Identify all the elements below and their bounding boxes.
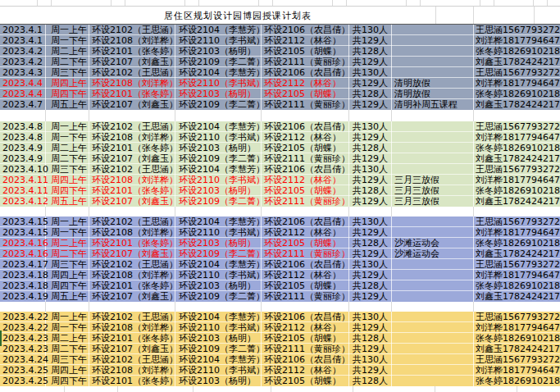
- cell-count[interactable]: 共128人: [353, 143, 392, 153]
- cell-date[interactable]: 2023.4.22: [2, 322, 48, 333]
- cell-class1[interactable]: 环设2102（王思涵）: [92, 354, 175, 365]
- cell-class3[interactable]: 环设2106（农昌倩）: [264, 164, 349, 175]
- cell-class2[interactable]: 环设2104（李慧芳）: [179, 121, 262, 132]
- cell-date[interactable]: 2023.4.8: [2, 132, 48, 143]
- cell-note[interactable]: [394, 376, 473, 386]
- cell-note[interactable]: [394, 57, 473, 67]
- cell-slot[interactable]: 周五上午: [51, 291, 89, 302]
- cell-date[interactable]: 2023.4.8: [2, 121, 48, 132]
- cell-date[interactable]: 2023.4.25: [2, 376, 48, 386]
- cell-note[interactable]: 清明补周五课程: [394, 99, 473, 110]
- cell-date[interactable]: 2023.4.1: [2, 25, 48, 35]
- cell-slot[interactable]: 周二下午: [51, 153, 89, 164]
- cell-slot[interactable]: 周一下午: [51, 227, 89, 238]
- cell-class1[interactable]: 环设2107（刘鑫玉）: [92, 196, 175, 207]
- cell-contact[interactable]: 刘洋桦18177946470: [476, 365, 560, 376]
- cell-class2[interactable]: 环设2103（杨明）: [179, 89, 262, 99]
- cell-class2[interactable]: 环设2109（李二菁）: [179, 248, 262, 259]
- cell-note[interactable]: [394, 143, 473, 153]
- cell-count[interactable]: 共129人: [353, 291, 392, 302]
- cell-slot[interactable]: 周四下午: [51, 185, 89, 196]
- cell-slot[interactable]: 周二上午: [51, 333, 89, 344]
- cell-date[interactable]: 2023.4.2: [2, 46, 48, 57]
- cell-class3[interactable]: 环设2106（农昌倩）: [264, 354, 349, 365]
- cell-class2[interactable]: 环设2109（李二菁）: [179, 57, 262, 67]
- cell-count[interactable]: 共130人: [353, 259, 392, 270]
- cell-class2[interactable]: 环设2103（杨明）: [179, 143, 262, 153]
- cell-count[interactable]: 共129人: [353, 227, 392, 238]
- cell-slot[interactable]: 周二下午: [51, 57, 89, 67]
- cell-date[interactable]: 2023.4.11: [2, 175, 48, 185]
- cell-slot[interactable]: 周三下午: [51, 259, 89, 270]
- cell-contact[interactable]: 张冬婷18269102183: [476, 46, 560, 57]
- cell-class1[interactable]: 环设2108（刘洋桦）: [92, 322, 175, 333]
- cell-class1[interactable]: 环设2101（张冬婷）: [92, 280, 175, 291]
- cell-class3[interactable]: 环设2111（黄丽珍）: [264, 153, 349, 164]
- cell-class1[interactable]: 环设2101（张冬婷）: [92, 238, 175, 248]
- cell-slot[interactable]: 周一下午: [51, 35, 89, 46]
- cell-contact[interactable]: 张冬婷18269102183: [476, 376, 560, 386]
- cell-class1[interactable]: 环设2102（王思涵）: [92, 67, 175, 78]
- cell-note[interactable]: 清明放假: [394, 78, 473, 89]
- cell-class1[interactable]: 环设2107（刘鑫玉）: [92, 153, 175, 164]
- cell-count[interactable]: 共128人: [353, 238, 392, 248]
- cell-note[interactable]: 沙滩运动会: [394, 238, 473, 248]
- cell-contact[interactable]: 王思涵15677932728: [476, 354, 560, 365]
- cell-date[interactable]: 2023.4.18: [2, 270, 48, 280]
- cell-class3[interactable]: 环设2106（农昌倩）: [264, 259, 349, 270]
- cell-class2[interactable]: 环设2103（杨明）: [179, 376, 262, 386]
- cell-class3[interactable]: 环设2105（胡蝶）: [264, 46, 349, 57]
- cell-count[interactable]: 共130人: [353, 25, 392, 35]
- cell-slot[interactable]: 周三下午: [51, 67, 89, 78]
- cell-date[interactable]: 2023.4.11: [2, 185, 48, 196]
- cell-class1[interactable]: 环设2107（刘鑫玉）: [92, 57, 175, 67]
- cell-date[interactable]: 2023.4.3: [2, 67, 48, 78]
- cell-class2[interactable]: 环设2110（李书斌）: [179, 132, 262, 143]
- cell-contact[interactable]: 刘鑫玉17824242171: [476, 99, 560, 110]
- cell-date[interactable]: 2023.4.12: [2, 196, 48, 207]
- cell-class1[interactable]: 环设2107（刘鑫玉）: [92, 248, 175, 259]
- cell-contact[interactable]: 张冬婷18269102183: [476, 89, 560, 99]
- cell-class3[interactable]: 环设2112（林谷）: [264, 270, 349, 280]
- cell-class1[interactable]: 环设2102（王思涵）: [92, 312, 175, 322]
- cell-slot[interactable]: 周二下午: [51, 248, 89, 259]
- cell-note[interactable]: [394, 312, 473, 322]
- cell-contact[interactable]: 刘洋桦18177946470: [476, 175, 560, 185]
- title-cell[interactable]: 居住区规划设计园博园授课计划表: [0, 7, 560, 25]
- cell-class1[interactable]: 环设2107（刘鑫玉）: [92, 99, 175, 110]
- cell-contact[interactable]: 刘洋桦18177946470: [476, 322, 560, 333]
- cell-class3[interactable]: 环设2111（黄丽珍）: [264, 344, 349, 354]
- cell-date[interactable]: 2023.4.15: [2, 217, 48, 227]
- cell-contact[interactable]: 王思涵15677932728: [476, 121, 560, 132]
- cell-date[interactable]: 2023.4.25: [2, 365, 48, 376]
- cell-class3[interactable]: 环设2112（林谷）: [264, 175, 349, 185]
- cell-contact[interactable]: 王思涵15677932728: [476, 259, 560, 270]
- cell-class2[interactable]: 环设2110（李书斌）: [179, 270, 262, 280]
- cell-count[interactable]: 共129人: [353, 153, 392, 164]
- cell-date[interactable]: 2023.4.9: [2, 153, 48, 164]
- cell-contact[interactable]: 张冬婷18269102183: [476, 280, 560, 291]
- cell-class2[interactable]: 环设2110（李书斌）: [179, 365, 262, 376]
- cell-date[interactable]: 2023.4.23: [2, 333, 48, 344]
- cell-class3[interactable]: 环设2105（胡蝶）: [264, 376, 349, 386]
- cell-count[interactable]: 共129人: [353, 175, 392, 185]
- cell-slot[interactable]: 周一下午: [51, 322, 89, 333]
- cell-contact[interactable]: 刘鑫玉17824242171: [476, 248, 560, 259]
- cell-slot[interactable]: 周五上午: [51, 99, 89, 110]
- cell-class1[interactable]: 环设2108（刘洋桦）: [92, 365, 175, 376]
- cell-class2[interactable]: 环设2110（李书斌）: [179, 78, 262, 89]
- cell-count[interactable]: 共129人: [353, 78, 392, 89]
- cell-slot[interactable]: 周四下午: [51, 89, 89, 99]
- cell-class2[interactable]: 环设2109（李二菁）: [179, 99, 262, 110]
- cell-class1[interactable]: 环设2107（刘鑫玉）: [92, 291, 175, 302]
- cell-contact[interactable]: 刘鑫玉17824242171: [476, 291, 560, 302]
- cell-class2[interactable]: 环设2110（李书斌）: [179, 35, 262, 46]
- cell-slot[interactable]: 周四上午: [51, 78, 89, 89]
- cell-class2[interactable]: 环设2109（李二菁）: [179, 153, 262, 164]
- cell-slot[interactable]: 周三下午: [51, 164, 89, 175]
- cell-class3[interactable]: 环设2112（林谷）: [264, 132, 349, 143]
- cell-note[interactable]: [394, 259, 473, 270]
- cell-contact[interactable]: 刘洋桦18177946470: [476, 227, 560, 238]
- cell-note[interactable]: [394, 322, 473, 333]
- cell-count[interactable]: 共129人: [353, 99, 392, 110]
